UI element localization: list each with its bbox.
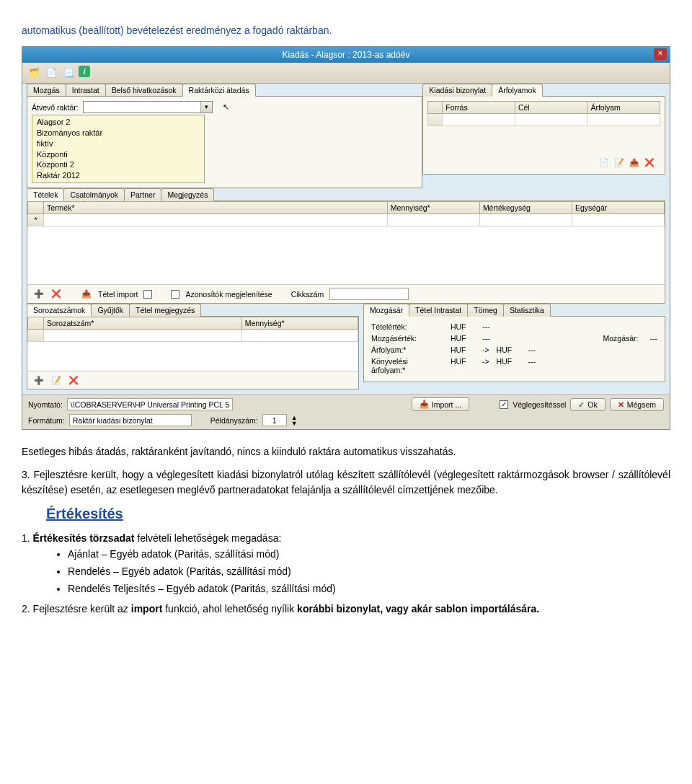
tab-tetel-megjegyzes[interactable]: Tétel megjegyzés [129,304,201,317]
bullet-list: Ajánlat – Egyéb adatok (Paritás, szállít… [22,548,670,594]
tetel-import-label: Tétel import [98,290,138,299]
peldany-input[interactable] [262,414,287,426]
new-row-indicator: * [28,214,44,226]
atvevo-raktar-dropdown-list: Alagsor 2 Bizományos raktár fiktív Közpo… [32,115,205,183]
tetelerték-value: --- [482,322,490,331]
tab-gyujtok[interactable]: Gyűjtők [91,304,130,317]
tab-arfolyamok[interactable]: Árfolyamok [492,84,543,97]
dropdown-option[interactable]: Központi [35,149,201,160]
formatum-input[interactable] [69,414,192,426]
doc-icon[interactable]: 📃 [61,66,76,80]
x-icon: ✕ [618,400,624,409]
import-icon[interactable]: 📥 [81,289,92,300]
col-termek: Termék* [44,202,388,214]
items-toolbar: ➕ ❌ 📥 Tétel import Azonosítók megjelenít… [27,284,665,303]
arfolyam-value: --- [528,345,536,354]
intro-paragraph: automatikus (beállított) bevételezést er… [22,25,670,36]
add-serial-icon[interactable]: ➕ [33,374,45,386]
tab-raktarkozi-atadas[interactable]: Raktárközi átadás [182,84,256,97]
tab-tetelek[interactable]: Tételek [27,188,64,201]
tab-sorozatszamok[interactable]: Sorozatszámok [27,304,92,317]
info-icon[interactable]: i [79,66,90,77]
dropdown-option[interactable]: Központi 2 [35,159,201,170]
paragraph-after-window: Esetleges hibás átadás, raktáranként jav… [22,444,670,459]
delete-serial-icon[interactable]: ❌ [68,374,79,386]
cancel-button[interactable]: ✕ Mégsem [610,398,664,411]
konyv-arfolyam-label: Könyvelési árfolyam:* [371,357,443,374]
delete-item-icon[interactable]: ❌ [50,289,62,300]
azonositok-label: Azonosítók megjelenítése [185,290,272,299]
nyomtato-label: Nyomtató: [28,400,63,409]
close-icon[interactable]: × [654,48,667,60]
new-doc-icon[interactable]: 📄 [44,66,58,80]
konyv-curr2: HUF [497,357,521,374]
cancel-label: Mégsem [627,400,656,409]
tab-partner[interactable]: Partner [124,188,161,201]
dropdown-option[interactable]: fiktív [35,138,201,149]
arrow-icon: -> [482,345,489,354]
add-item-icon[interactable]: ➕ [33,289,45,300]
sorozat-grid[interactable]: Sorozatszám* Mennyiség* [27,317,358,342]
col-arfolyam: Árfolyam [587,102,660,114]
cell-mennyiseg[interactable] [387,214,479,226]
tab-kiadasi-bizonylat[interactable]: Kiadási bizonylat [422,84,492,97]
add-icon[interactable]: 📄 [598,157,610,168]
ok-label: Ok [587,400,597,409]
cell-egysegar[interactable] [572,214,664,226]
atvevo-raktar-select[interactable]: ▾ [83,101,213,113]
export-icon[interactable]: 📤 [629,157,640,168]
tab-tetel-intrastat[interactable]: Tétel Intrastat [409,304,468,317]
grid-corner [428,102,443,114]
tab-mozgas[interactable]: Mozgás [27,84,66,97]
bullet-item: Rendelés – Egyéb adatok (Paritás, szállí… [68,565,670,577]
tab-tomeg[interactable]: Tömeg [467,304,504,317]
azonositok-checkbox[interactable] [171,290,179,299]
ok-button[interactable]: ✓ Ok [570,398,605,411]
tetel-import-checkbox[interactable] [143,290,152,299]
chevron-down-icon[interactable]: ▾ [200,102,212,113]
dropdown-option[interactable]: Bizományos raktár [35,128,201,138]
dropdown-option[interactable]: Raktár 2012 [35,170,201,181]
mozgasertek-label: Mozgásérték: [371,334,443,343]
p2-bold1: import [131,603,163,615]
nyomtato-input[interactable] [67,398,233,410]
p2-bold2: korábbi bizonylat, vagy akár sablon impo… [297,603,539,615]
num-2: 2. [22,603,30,615]
import-icon: 📥 [420,400,429,409]
dropdown-option[interactable]: Alagsor 2 [35,117,201,128]
tab-belso-hivatkozasok[interactable]: Belső hivatkozások [105,84,183,97]
upper-right-tabs: Kiadási bizonylat Árfolyamok [422,84,665,97]
tab-mozgasar[interactable]: Mozgásár [363,304,409,317]
cikkszam-label: Cikkszám [291,290,324,299]
cursor-icon: ↖ [223,102,229,112]
formatum-label: Formátum: [28,416,65,425]
tab-intrastat[interactable]: Intrastat [66,84,106,97]
col-mennyiseg2: Mennyiség* [241,317,358,330]
veglegesites-checkbox[interactable] [500,400,508,409]
arfolyam-curr1: HUF [451,345,475,354]
cell-mertekegyseg[interactable] [479,214,572,226]
upper-left-tabs: Mozgás Intrastat Belső hivatkozások Rakt… [27,84,422,97]
bullet-item: Ajánlat – Egyéb adatok (Paritás, szállít… [68,548,670,560]
arfolyam-grid: Forrás Cél Árfolyam [427,101,660,126]
items-grid[interactable]: Termék* Mennyiség* Mértékegység Egységár… [27,201,665,226]
edit-icon[interactable]: 📝 [613,157,625,168]
list-item-2: 2. Fejlesztésre került az import funkció… [22,603,670,615]
spinner-icon[interactable]: ▲▼ [291,415,298,426]
num-1: 1. [22,532,30,544]
edit-serial-icon[interactable]: 📝 [50,374,62,386]
p3-body: Fejlesztésre került, hogy a véglegesítet… [22,469,670,495]
col-mennyiseg: Mennyiség* [387,202,479,214]
delete-icon[interactable]: ❌ [644,157,655,168]
peldany-label: Példányszám: [210,416,258,425]
cikkszam-input[interactable] [329,288,409,300]
arrow-icon: -> [482,357,489,374]
tab-csatolmanyok[interactable]: Csatolmányok [63,188,125,201]
tab-statisztika[interactable]: Statisztika [503,304,551,317]
tab-megjegyzes[interactable]: Megjegyzés [161,188,214,201]
import-button[interactable]: 📥 Import ... [412,397,469,411]
footer-bar: Nyomtató: 📥 Import ... Véglegesítéssel ✓… [22,394,670,414]
p2-mid: funkció, ahol lehetőség nyílik [162,603,297,615]
cell-termek[interactable] [44,214,388,226]
col-cel: Cél [515,102,587,114]
